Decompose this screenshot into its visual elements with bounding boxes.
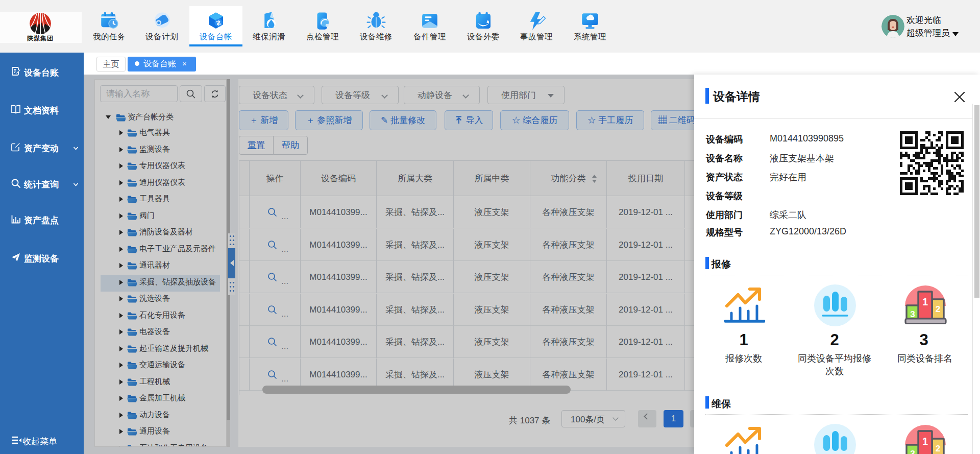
svg-text:陕煤集团: 陕煤集团 — [27, 35, 54, 42]
